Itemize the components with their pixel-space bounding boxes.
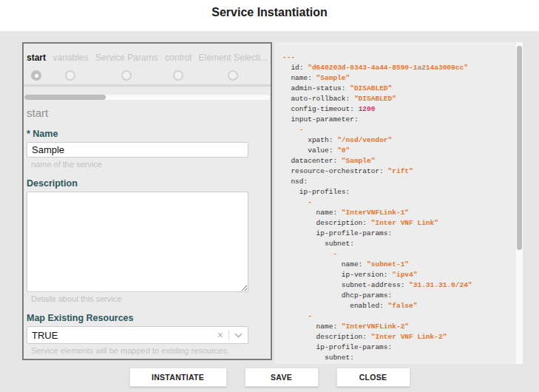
start-step-form: * Name name of the service Description D…: [24, 129, 271, 360]
wizard-step-variables[interactable]: variables: [52, 53, 88, 92]
instantiate-button[interactable]: INSTANTIATE: [129, 368, 227, 387]
code-line: auto-rollback: "DISABLED": [282, 94, 514, 104]
code-line: -: [282, 249, 514, 260]
code-line: ip-profile-params:: [282, 342, 514, 353]
step-label: control: [165, 53, 191, 63]
code-line: config-timeout: 1200: [282, 104, 514, 115]
step-label: Element Selecti...: [199, 53, 268, 63]
code-line: ---: [282, 53, 514, 63]
scrollbar-thumb[interactable]: [517, 46, 522, 250]
description-textarea[interactable]: [27, 192, 248, 292]
code-line: xpath: "/nsd/vendor": [282, 135, 514, 146]
step-label: Service Params: [95, 53, 158, 63]
service-instantiation-dialog: startvariablesService ParamscontrolEleme…: [0, 31, 539, 392]
name-helper-text: name of the service: [31, 160, 248, 169]
dialog-footer: INSTANTIATE SAVE CLOSE: [0, 368, 539, 387]
wizard-stepper: startvariablesService ParamscontrolEleme…: [24, 53, 271, 92]
scrollbar-track[interactable]: [516, 42, 523, 364]
map-existing-resources-select[interactable]: TRUE ×: [27, 326, 248, 344]
wizard-step-control[interactable]: control: [165, 53, 191, 92]
code-line: ip-version: "ipv4": [282, 270, 514, 280]
code-line: resource-orchestrator: "rift": [282, 166, 514, 177]
section-heading: start: [27, 107, 271, 119]
code-line: description: "Inter VNF Link": [282, 218, 514, 229]
save-button[interactable]: SAVE: [245, 368, 319, 387]
code-line: id: "d640203d-0343-4a44-8590-1a214a3009c…: [282, 63, 514, 73]
wizard-panel: startvariablesService ParamscontrolEleme…: [22, 42, 272, 360]
step-label: start: [27, 53, 46, 63]
code-line: nsd:: [282, 177, 514, 187]
code-line: name: "Sample": [282, 73, 514, 84]
code-line: subnet:: [282, 239, 514, 249]
step-dot-icon: [31, 70, 41, 81]
close-button[interactable]: CLOSE: [336, 368, 410, 387]
code-line: -: [282, 125, 514, 135]
wizard-step-start[interactable]: start: [27, 53, 46, 92]
code-line: ip-profile-params:: [282, 229, 514, 239]
chevron-down-icon[interactable]: [229, 333, 248, 338]
wizard-step-element-selecti[interactable]: Element Selecti...: [199, 53, 268, 92]
code-line: dhcp-params:: [282, 291, 514, 301]
description-label: Description: [27, 178, 248, 189]
clear-icon[interactable]: ×: [212, 329, 228, 341]
step-dot-icon: [173, 70, 183, 81]
code-line: enabled: "false": [282, 301, 514, 311]
code-line: input-parameter:: [282, 115, 514, 125]
yaml-code-view: --- id: "d640203d-0343-4a44-8590-1a214a3…: [282, 53, 514, 361]
code-line: subnet-address: "31.31.31.0/24": [282, 280, 514, 291]
code-line: description: "Inter VNF Link-2": [282, 332, 514, 342]
name-label: * Name: [27, 129, 248, 139]
code-line: datacenter: "Sample": [282, 156, 514, 166]
code-line: value: "0": [282, 146, 514, 156]
name-input[interactable]: [27, 142, 248, 158]
step-dot-icon: [228, 70, 238, 81]
step-label: variables: [52, 53, 88, 63]
code-line: ip-profiles:: [282, 187, 514, 197]
description-helper-text: Details about this service: [31, 294, 248, 303]
step-dot-icon: [65, 70, 75, 81]
code-line: -: [282, 197, 514, 208]
page-title: Service Instantiation: [0, 0, 539, 30]
map-existing-resources-label: Map Existing Resources: [27, 313, 248, 323]
code-line: -: [282, 311, 514, 322]
select-value: TRUE: [32, 330, 212, 341]
progress-fill: [24, 95, 106, 100]
code-line: name: "InterVNFLink-2": [282, 322, 514, 332]
map-helper-text: Service elements will be mapped to exist…: [31, 346, 248, 355]
code-line: name: "InterVNFLink-1": [282, 208, 514, 218]
wizard-step-service-params[interactable]: Service Params: [95, 53, 158, 92]
code-line: admin-status: "DISABLED": [282, 84, 514, 94]
code-line: name: "subnet-1": [282, 260, 514, 270]
service-descriptor-panel: --- id: "d640203d-0343-4a44-8590-1a214a3…: [275, 42, 523, 364]
step-dot-icon: [121, 70, 132, 81]
wizard-progress-bar: [24, 95, 270, 100]
code-line: subnet:: [282, 353, 514, 361]
